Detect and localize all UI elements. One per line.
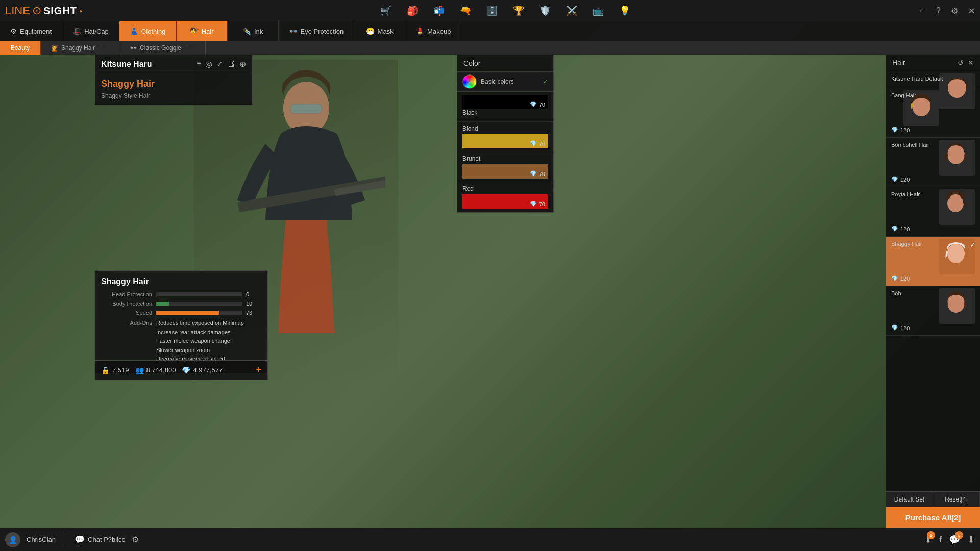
- brunet-label: Brunet: [462, 155, 480, 162]
- stat-body-value: 10: [246, 300, 261, 307]
- stat-body-protection: Body Protection 10: [101, 300, 261, 307]
- tab-hair[interactable]: 💇 Hair: [177, 21, 228, 41]
- tab-mask[interactable]: 😷 Mask: [354, 21, 405, 41]
- blond-color-header: Blond: [462, 125, 548, 132]
- hair-item-poytail[interactable]: Poytail Hair 💎 120: [886, 187, 980, 237]
- hair-item-kitsune-default[interactable]: Kitsune Haru Default: [886, 71, 980, 88]
- hair-tab-icon: 💇: [190, 27, 199, 35]
- basic-colors-circle: [462, 74, 477, 89]
- basic-colors-label: Basic colors: [481, 78, 514, 85]
- hair-poytail-svg: [942, 191, 972, 224]
- target-icon[interactable]: ◎: [205, 59, 212, 69]
- menu-icon[interactable]: ≡: [197, 59, 201, 69]
- makeup-tab-icon: 💄: [415, 27, 424, 35]
- item-name: Shaggy Hair: [95, 73, 252, 91]
- blond-price: 70: [539, 141, 545, 147]
- print-icon[interactable]: 🖨: [227, 59, 235, 69]
- default-set-button[interactable]: Default Set: [886, 492, 933, 507]
- ink-tab-icon: ✒️: [242, 27, 251, 35]
- storage-icon[interactable]: 🗄️: [486, 5, 498, 16]
- tv-icon[interactable]: 📺: [593, 5, 604, 16]
- stat-head-protection: Head Protection 0: [101, 291, 261, 297]
- stat-head-bar: [156, 292, 242, 296]
- tab-ink[interactable]: ✒️ Ink: [228, 21, 279, 41]
- bulb-icon[interactable]: 💡: [619, 5, 630, 16]
- nav-icons: 🛒 🎒 📬 🔫 🗄️ 🏆 🛡️ ⚔️ 📺 💡: [97, 5, 913, 16]
- color-blond[interactable]: Blond 💎 70: [457, 122, 553, 152]
- hair-item-bob[interactable]: Bob 💎 120: [886, 286, 980, 336]
- character-name: Kitsune Haru: [101, 60, 152, 69]
- addons-text: Reduces time exposed on Minimap Increase…: [156, 319, 261, 364]
- checkmark-icon[interactable]: ✓: [216, 59, 223, 69]
- hair-panel-title: Hair: [892, 59, 905, 67]
- brunet-price: 70: [539, 171, 545, 177]
- subtab-hair-selected[interactable]: 💇 Shaggy Hair —: [41, 41, 119, 55]
- lock-value: 7,519: [112, 366, 129, 374]
- main-tab-row: ⚙ Equipment 🎩 Hat/Cap 👗 Clothing 💇 Hair …: [0, 21, 980, 41]
- app-logo[interactable]: LINE ⊙ SIGHT ●: [5, 4, 82, 17]
- inventory-icon[interactable]: 🎒: [407, 5, 418, 16]
- hair-shaggy-price: 💎 120: [891, 275, 975, 282]
- bombshell-price-value: 120: [900, 177, 910, 183]
- shield-icon[interactable]: 🛡️: [540, 5, 551, 16]
- hair-panel-header: Hair ↺ ✕: [886, 55, 980, 71]
- currency-team: 👥 8,744,800: [135, 366, 176, 374]
- reset-button[interactable]: Reset[4]: [933, 492, 980, 507]
- bang-price-icon: 💎: [891, 127, 898, 133]
- subtab-beauty[interactable]: Beauty: [0, 41, 41, 55]
- tab-makeup[interactable]: 💄 Makeup: [405, 21, 461, 41]
- lock-currency-icon: 🔒: [101, 366, 110, 374]
- bombshell-price-icon: 💎: [891, 176, 898, 183]
- hair-shaggy-svg: [942, 240, 972, 273]
- stat-speed-value: 73: [246, 310, 261, 316]
- hair-close-icon[interactable]: ✕: [968, 59, 974, 67]
- logo-separator: ⊙: [32, 4, 41, 17]
- hair-item-bombshell[interactable]: Bombshell Hair 💎 120: [886, 138, 980, 187]
- hair-item-shaggy[interactable]: Shaggy Hair ✓ 💎 120: [886, 237, 980, 286]
- hair-poytail-price: 💎 120: [891, 226, 975, 232]
- stat-head-value: 0: [246, 291, 261, 297]
- color-brunet[interactable]: Brunet 💎 70: [457, 152, 553, 182]
- tab-hat[interactable]: 🎩 Hat/Cap: [62, 21, 119, 41]
- hair-reset-icon[interactable]: ↺: [958, 59, 964, 67]
- subtab-eye-selected[interactable]: 👓 Classic Goggle —: [119, 41, 206, 55]
- purchase-all-button[interactable]: Purchase All[2]: [886, 507, 980, 528]
- back-button[interactable]: ←: [918, 6, 926, 15]
- add-icon[interactable]: ⊕: [239, 59, 246, 69]
- red-swatch: 💎 70: [462, 194, 548, 209]
- hair-bob-price: 💎 120: [891, 324, 975, 331]
- stat-body-bar: [156, 302, 242, 306]
- diamond-value: 4,977,577: [193, 366, 223, 374]
- close-button[interactable]: ✕: [968, 6, 975, 16]
- message-icon[interactable]: 💬 3: [949, 534, 960, 545]
- hair-bottom-buttons: Default Set Reset[4] Purchase All[2]: [886, 491, 980, 528]
- chat-settings-icon[interactable]: ⚙: [132, 535, 139, 544]
- download-icon-1[interactable]: ⬇ 1: [924, 534, 932, 545]
- color-red[interactable]: Red 💎 70: [457, 182, 553, 212]
- divider-1: [65, 533, 65, 546]
- color-black[interactable]: 💎 70 Black: [457, 92, 553, 122]
- hair-panel-controls: ↺ ✕: [958, 59, 974, 67]
- brunet-price-icon: 💎: [530, 170, 537, 177]
- settings-button[interactable]: ⚙: [951, 6, 958, 16]
- help-button[interactable]: ?: [936, 6, 941, 15]
- sword-icon[interactable]: ⚔️: [566, 5, 577, 16]
- add-currency-button[interactable]: +: [256, 365, 261, 375]
- download-icon-2[interactable]: ⬇: [967, 534, 975, 545]
- facebook-icon[interactable]: f: [939, 535, 942, 544]
- tab-equipment[interactable]: ⚙ Equipment: [0, 21, 62, 41]
- window-controls: ← ? ⚙ ✕: [918, 6, 975, 16]
- hair-poytail-img: [939, 189, 975, 225]
- chat-button[interactable]: 💬 Chat P?blico: [75, 535, 126, 544]
- tab-clothing[interactable]: 👗 Clothing: [119, 21, 177, 41]
- addon-line-3: Faster melee weapon change: [156, 337, 261, 346]
- stat-addons-row: Add-Ons Reduces time exposed on Minimap …: [101, 319, 261, 364]
- tab-eye[interactable]: 👓 Eye Protection: [279, 21, 355, 41]
- shop-icon[interactable]: 🛒: [380, 5, 391, 16]
- weapon-icon[interactable]: 🔫: [460, 5, 471, 16]
- stat-speed-fill: [156, 311, 219, 315]
- hair-item-bang[interactable]: Bang Hair 💎 120: [886, 88, 980, 138]
- trophy-icon[interactable]: 🏆: [513, 5, 524, 16]
- blond-price-icon: 💎: [530, 140, 537, 147]
- mail-icon[interactable]: 📬: [433, 5, 445, 16]
